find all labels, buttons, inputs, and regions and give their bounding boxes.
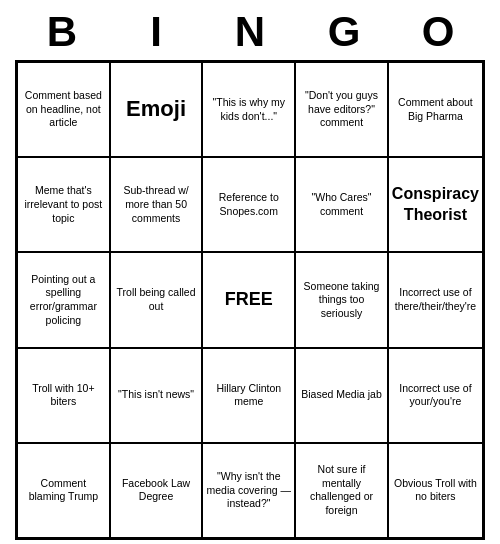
bingo-cell-r3c3: FREE [202, 252, 295, 347]
bingo-cell-r4c2: "This isn't news" [110, 348, 203, 443]
bingo-letter-n: N [207, 8, 293, 56]
bingo-cell-r2c2: Sub-thread w/ more than 50 comments [110, 157, 203, 252]
bingo-cell-r5c2: Facebook Law Degree [110, 443, 203, 538]
bingo-grid: Comment based on headline, not articleEm… [15, 60, 485, 540]
bingo-letter-o: O [395, 8, 481, 56]
bingo-cell-r5c3: "Why isn't the media covering — instead?… [202, 443, 295, 538]
bingo-cell-r1c5: Comment about Big Pharma [388, 62, 483, 157]
bingo-letter-b: B [19, 8, 105, 56]
bingo-cell-r1c2: Emoji [110, 62, 203, 157]
bingo-letter-g: G [301, 8, 387, 56]
bingo-cell-r5c1: Comment blaming Trump [17, 443, 110, 538]
bingo-cell-r4c4: Biased Media jab [295, 348, 388, 443]
bingo-cell-r2c5: Conspiracy Theorist [388, 157, 483, 252]
bingo-cell-r3c4: Someone taking things too seriously [295, 252, 388, 347]
bingo-cell-r2c3: Reference to Snopes.com [202, 157, 295, 252]
bingo-cell-r3c1: Pointing out a spelling error/grammar po… [17, 252, 110, 347]
bingo-cell-r4c1: Troll with 10+ biters [17, 348, 110, 443]
bingo-cell-r4c3: Hillary Clinton meme [202, 348, 295, 443]
bingo-header: BINGO [15, 0, 485, 60]
bingo-cell-r1c3: "This is why my kids don't..." [202, 62, 295, 157]
bingo-cell-r1c4: "Don't you guys have editors?" comment [295, 62, 388, 157]
bingo-cell-r2c4: "Who Cares" comment [295, 157, 388, 252]
bingo-cell-r3c5: Incorrect use of there/their/they're [388, 252, 483, 347]
bingo-cell-r2c1: Meme that's irrelevant to post topic [17, 157, 110, 252]
bingo-cell-r5c5: Obvious Troll with no biters [388, 443, 483, 538]
bingo-cell-r5c4: Not sure if mentally challenged or forei… [295, 443, 388, 538]
bingo-cell-r1c1: Comment based on headline, not article [17, 62, 110, 157]
bingo-letter-i: I [113, 8, 199, 56]
bingo-cell-r3c2: Troll being called out [110, 252, 203, 347]
bingo-cell-r4c5: Incorrect use of your/you're [388, 348, 483, 443]
